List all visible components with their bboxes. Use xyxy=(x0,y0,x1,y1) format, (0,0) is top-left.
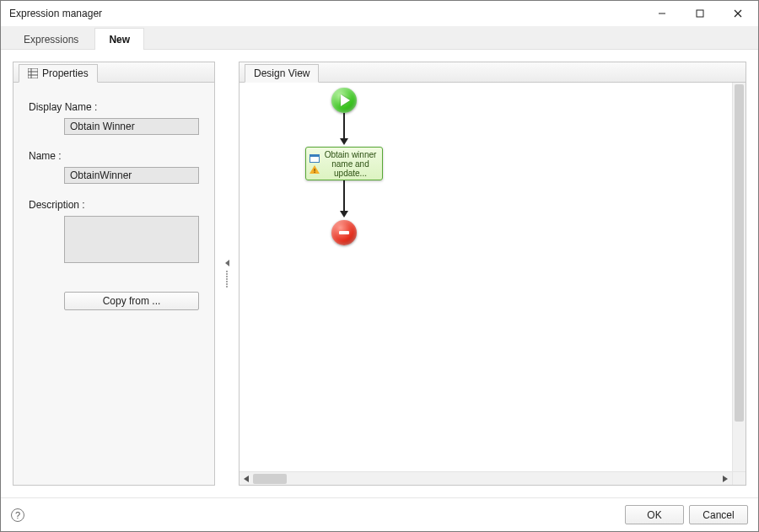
svg-marker-8 xyxy=(244,476,249,482)
svg-marker-9 xyxy=(723,476,728,482)
minimize-button[interactable] xyxy=(643,2,681,25)
svg-rect-4 xyxy=(28,68,38,78)
ok-button[interactable]: OK xyxy=(625,505,684,524)
scroll-left-icon[interactable] xyxy=(240,472,253,486)
display-name-label: Display Name : xyxy=(29,101,199,113)
vertical-scrollbar-thumb[interactable] xyxy=(735,84,744,422)
titlebar: Expression manager xyxy=(1,1,758,26)
vertical-scrollbar[interactable] xyxy=(732,83,746,471)
form-icon xyxy=(310,154,320,163)
help-button[interactable]: ? xyxy=(11,508,24,522)
collapse-left-icon xyxy=(225,260,229,266)
design-panel-tabhead: Design View xyxy=(240,62,746,83)
properties-icon xyxy=(28,68,38,78)
main-tabbar: Expressions New xyxy=(1,26,758,50)
properties-tab-label: Properties xyxy=(42,67,89,79)
help-icon: ? xyxy=(15,510,20,520)
design-view-tab[interactable]: Design View xyxy=(245,64,319,83)
name-value: ObtainWinner xyxy=(70,169,132,181)
cancel-button[interactable]: Cancel xyxy=(689,505,748,524)
footer: ? OK Cancel xyxy=(1,497,758,531)
edge-task-to-stop xyxy=(343,180,345,212)
cancel-label: Cancel xyxy=(702,509,734,521)
play-icon xyxy=(341,94,350,106)
description-label: Description : xyxy=(29,199,199,211)
splitter[interactable] xyxy=(223,62,230,486)
properties-panel-tabhead: Properties xyxy=(13,62,214,83)
scroll-right-icon[interactable] xyxy=(719,472,732,486)
stop-node[interactable] xyxy=(331,220,357,245)
display-name-field[interactable]: Obtain Winner xyxy=(64,118,199,135)
description-field[interactable] xyxy=(64,216,199,263)
start-node[interactable] xyxy=(331,88,357,113)
design-wrap: Design View xyxy=(239,62,746,486)
properties-body: Display Name : Obtain Winner Name : Obta… xyxy=(13,83,214,485)
close-button[interactable] xyxy=(719,2,756,25)
flow-diagram: Obtain winner name and update... xyxy=(240,83,732,471)
warning-icon xyxy=(310,165,320,174)
scrollbar-corner xyxy=(732,471,746,485)
minimize-icon xyxy=(658,9,666,18)
properties-panel: Properties Display Name : Obtain Winner … xyxy=(13,62,215,486)
design-canvas[interactable]: Obtain winner name and update... xyxy=(240,83,732,471)
design-panel: Design View xyxy=(239,62,746,486)
arrowhead-task-to-stop xyxy=(340,211,348,218)
horizontal-scrollbar-thumb[interactable] xyxy=(253,474,287,484)
expression-manager-window: Expression manager Expressions New xyxy=(0,0,759,532)
maximize-icon xyxy=(696,9,704,18)
edge-start-to-task xyxy=(343,113,345,140)
stop-icon xyxy=(339,231,349,234)
design-view-tab-label: Design View xyxy=(254,67,310,79)
task-node-label: Obtain winner name and update... xyxy=(322,150,379,178)
ok-label: OK xyxy=(647,509,661,521)
task-node-obtain-winner[interactable]: Obtain winner name and update... xyxy=(305,147,383,180)
content-area: Properties Display Name : Obtain Winner … xyxy=(1,50,758,497)
copy-from-label: Copy from ... xyxy=(103,295,161,307)
horizontal-scrollbar[interactable] xyxy=(240,471,732,485)
window-title: Expression manager xyxy=(9,8,643,19)
display-name-value: Obtain Winner xyxy=(70,121,135,132)
tab-expressions[interactable]: Expressions xyxy=(9,28,93,50)
properties-tab[interactable]: Properties xyxy=(19,64,98,83)
name-field[interactable]: ObtainWinner xyxy=(64,167,199,184)
copy-from-button[interactable]: Copy from ... xyxy=(64,292,199,310)
arrowhead-start-to-task xyxy=(340,138,348,145)
svg-rect-1 xyxy=(697,10,703,17)
tab-new[interactable]: New xyxy=(94,28,144,50)
name-label: Name : xyxy=(29,150,199,162)
close-icon xyxy=(734,9,742,18)
maximize-button[interactable] xyxy=(681,2,719,25)
